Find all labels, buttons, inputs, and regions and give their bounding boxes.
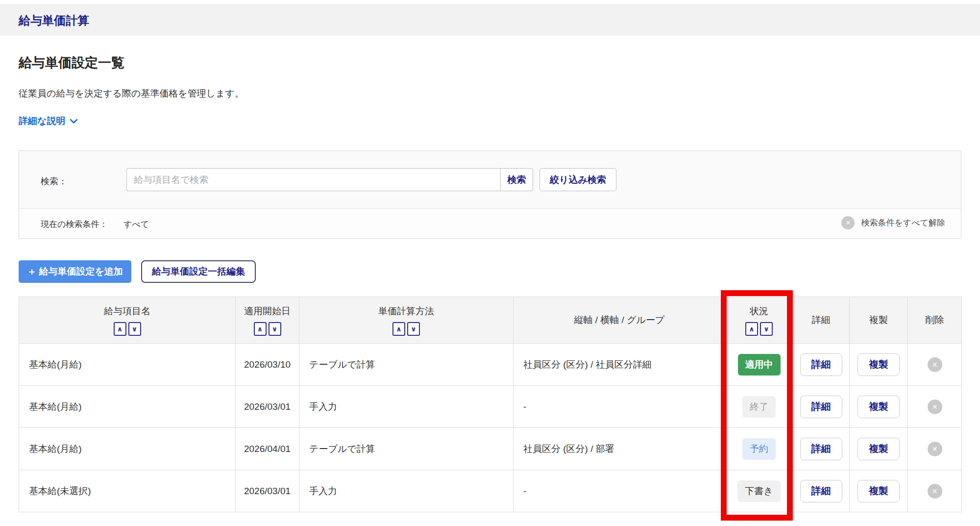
status-badge: 予約 bbox=[742, 438, 776, 460]
cell-salary-item-name: 基本給(月給) bbox=[19, 428, 236, 470]
delete-icon[interactable]: ✕ bbox=[928, 400, 942, 414]
table-header-row: 給与項目名 ∧ ∨ 適用開始日 ∧ ∨ 単価計算方法 ∧ ∨ bbox=[19, 297, 962, 344]
sort-asc-button[interactable]: ∧ bbox=[114, 322, 126, 336]
current-conditions-row: 現在の検索条件： すべて ✕ 検索条件をすべて解除 bbox=[19, 209, 961, 239]
status-badge: 終了 bbox=[742, 396, 776, 418]
clear-icon: ✕ bbox=[841, 216, 855, 229]
bulk-edit-button[interactable]: 給与単価設定一括編集 bbox=[141, 260, 256, 283]
detail-button[interactable]: 詳細 bbox=[800, 480, 842, 502]
cell-start-date: 2026/03/01 bbox=[236, 386, 299, 428]
detail-button[interactable]: 詳細 bbox=[800, 396, 842, 418]
detailed-description-link[interactable]: 詳細な説明 bbox=[19, 115, 78, 127]
sort-asc-button[interactable]: ∧ bbox=[392, 322, 405, 336]
page-description: 従業員の給与を決定する際の基準価格を管理します。 bbox=[19, 87, 244, 100]
header-status: 状況 ∧ ∨ bbox=[726, 297, 793, 344]
status-badge: 下書き bbox=[737, 480, 780, 502]
cell-calc-method: テーブルで計算 bbox=[299, 428, 514, 470]
delete-icon[interactable]: ✕ bbox=[928, 484, 942, 499]
cell-start-date: 2026/03/01 bbox=[236, 470, 299, 512]
cell-axes: 社員区分 (区分) / 部署 bbox=[514, 428, 726, 470]
status-badge: 適用中 bbox=[738, 354, 781, 376]
copy-button[interactable]: 複製 bbox=[858, 396, 900, 418]
cell-calc-method: 手入力 bbox=[299, 470, 514, 512]
header-delete: 削除 bbox=[908, 297, 962, 344]
header-salary-item-name: 給与項目名 ∧ ∨ bbox=[19, 297, 236, 344]
header-axes: 縦軸 / 横軸 / グループ bbox=[514, 297, 726, 344]
clear-search-label: 検索条件をすべて解除 bbox=[861, 217, 945, 228]
clear-search-conditions[interactable]: ✕ 検索条件をすべて解除 bbox=[841, 216, 945, 229]
copy-button[interactable]: 複製 bbox=[858, 438, 900, 460]
sort-desc-button[interactable]: ∨ bbox=[128, 322, 141, 336]
detail-button[interactable]: 詳細 bbox=[800, 353, 842, 376]
search-button[interactable]: 検索 bbox=[500, 168, 533, 191]
sort-asc-button[interactable]: ∧ bbox=[745, 322, 758, 336]
sort-desc-button[interactable]: ∨ bbox=[407, 322, 420, 336]
filter-search-button[interactable]: 絞り込み検索 bbox=[539, 168, 616, 191]
table-row: 基本給(月給) 2026/03/01 手入力 - 終了 詳細 複製 ✕ bbox=[19, 386, 962, 428]
current-conditions-label: 現在の検索条件： bbox=[41, 219, 107, 230]
delete-icon[interactable]: ✕ bbox=[928, 357, 942, 372]
sort-asc-button[interactable]: ∧ bbox=[254, 322, 267, 336]
search-label: 検索： bbox=[41, 175, 67, 187]
header-calc-method: 単価計算方法 ∧ ∨ bbox=[299, 297, 514, 344]
cell-calc-method: 手入力 bbox=[299, 386, 514, 428]
cell-salary-item-name: 基本給(月給) bbox=[19, 344, 236, 386]
header-detail: 詳細 bbox=[793, 297, 850, 344]
cell-axes: 社員区分 (区分) / 社員区分詳細 bbox=[514, 344, 726, 386]
sort-desc-button[interactable]: ∨ bbox=[760, 322, 773, 336]
cell-salary-item-name: 基本給(月給) bbox=[19, 386, 236, 428]
current-conditions-value: すべて bbox=[123, 219, 149, 230]
cell-salary-item-name: 基本給(未選択) bbox=[19, 470, 236, 512]
search-panel: 検索： 検索 絞り込み検索 現在の検索条件： すべて ✕ 検索条件をすべて解除 bbox=[19, 150, 961, 239]
table-row: 基本給(月給) 2026/04/01 テーブルで計算 社員区分 (区分) / 部… bbox=[19, 428, 962, 470]
cell-axes: - bbox=[514, 470, 726, 512]
cell-start-date: 2026/03/10 bbox=[236, 344, 299, 386]
delete-icon[interactable]: ✕ bbox=[928, 442, 942, 456]
page-title: 給与単価設定一覧 bbox=[19, 54, 124, 72]
table-row: 基本給(未選択) 2026/03/01 手入力 - 下書き 詳細 複製 ✕ bbox=[19, 470, 962, 512]
cell-start-date: 2026/04/01 bbox=[236, 428, 299, 470]
chevron-down-icon bbox=[70, 116, 78, 126]
table-row: 基本給(月給) 2026/03/10 テーブルで計算 社員区分 (区分) / 社… bbox=[19, 344, 962, 386]
cell-calc-method: テーブルで計算 bbox=[299, 344, 514, 386]
salary-unit-settings-table: 給与項目名 ∧ ∨ 適用開始日 ∧ ∨ 単価計算方法 ∧ ∨ bbox=[19, 297, 962, 512]
app-title: 給与単価計算 bbox=[19, 13, 89, 28]
detail-button[interactable]: 詳細 bbox=[800, 438, 842, 460]
header-start-date: 適用開始日 ∧ ∨ bbox=[236, 297, 299, 344]
cell-axes: - bbox=[514, 386, 726, 428]
search-row: 検索： 検索 絞り込み検索 bbox=[19, 151, 961, 209]
add-salary-unit-setting-button[interactable]: ＋ 給与単価設定を追加 bbox=[19, 260, 131, 283]
sort-desc-button[interactable]: ∨ bbox=[269, 322, 281, 336]
copy-button[interactable]: 複製 bbox=[858, 480, 900, 502]
detailed-description-label: 詳細な説明 bbox=[19, 115, 65, 127]
header-copy: 複製 bbox=[850, 297, 908, 344]
search-input[interactable] bbox=[126, 168, 500, 191]
copy-button[interactable]: 複製 bbox=[858, 353, 900, 376]
app-bar: 給与単価計算 bbox=[0, 4, 980, 36]
